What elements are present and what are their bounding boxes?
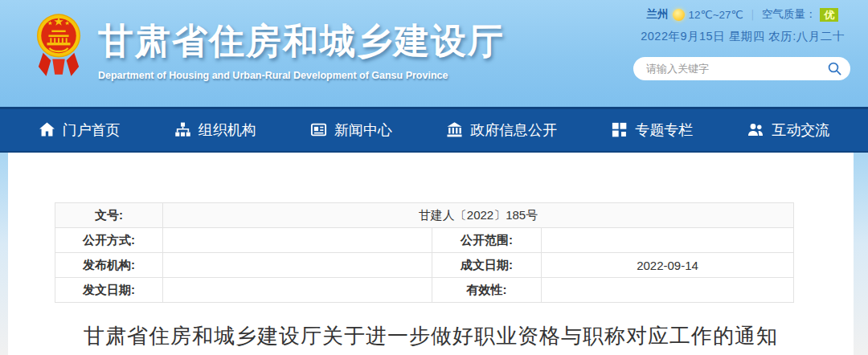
meta-value — [163, 228, 432, 253]
meta-row: 公开方式: 公开范围: — [55, 228, 794, 253]
meta-value-doc-number: 甘建人〔2022〕185号 — [163, 203, 794, 228]
nav-label: 新闻中心 — [334, 120, 392, 140]
main-nav: 门户首页 组织机构 新闻中心 政府信息公开 — [0, 107, 868, 153]
meta-row: 发布机构: 成文日期: 2022-09-14 — [55, 253, 794, 278]
article-title: 甘肃省住房和城乡建设厅关于进一步做好职业资格与职称对应工作的通知 — [8, 322, 854, 350]
nav-label: 政府信息公开 — [470, 120, 557, 140]
gov-building-icon — [446, 121, 463, 138]
nav-item-interaction[interactable]: 互动交流 — [747, 120, 829, 140]
nav-label: 门户首页 — [63, 120, 121, 140]
search-icon — [827, 61, 842, 76]
meta-row-doc-number: 文号: 甘建人〔2022〕185号 — [55, 203, 794, 228]
meta-value — [163, 278, 432, 303]
meta-label-doc-number: 文号: — [55, 203, 163, 228]
meta-value — [163, 253, 432, 278]
meta-label: 发布机构: — [55, 253, 163, 278]
nav-item-topics[interactable]: 专题专栏 — [611, 120, 693, 140]
site-title: 甘肃省住房和城乡建设厅 — [98, 18, 505, 65]
nav-item-news[interactable]: 新闻中心 — [310, 120, 392, 140]
people-icon — [747, 121, 764, 138]
nav-item-organization[interactable]: 组织机构 — [174, 120, 256, 140]
national-emblem-icon — [35, 8, 82, 82]
nav-label: 组织机构 — [199, 120, 256, 140]
meta-label: 公开方式: — [55, 228, 163, 253]
site-subtitle-en: Department of Housing and Urban-Rural De… — [98, 70, 505, 81]
weather-line: 兰州 12℃~27℃ ｜ 空气质量： 优 — [633, 7, 852, 22]
meta-label: 公开范围: — [432, 228, 542, 253]
page-body: 文号: 甘建人〔2022〕185号 公开方式: 公开范围: 发布机构: 成文日期… — [0, 153, 868, 355]
content-panel: 文号: 甘建人〔2022〕185号 公开方式: 公开范围: 发布机构: 成文日期… — [8, 153, 854, 355]
sun-icon — [673, 9, 685, 21]
search-input[interactable] — [633, 63, 818, 75]
weather-divider: ｜ — [747, 7, 758, 22]
air-quality-label: 空气质量： — [762, 7, 817, 22]
grid-icon — [611, 121, 628, 138]
weather-temperature: 12℃~27℃ — [689, 8, 743, 21]
meta-value — [542, 228, 794, 253]
meta-label: 成文日期: — [432, 253, 542, 278]
nav-label: 互动交流 — [772, 120, 829, 140]
nav-item-home[interactable]: 门户首页 — [39, 120, 121, 140]
search-button[interactable] — [818, 57, 850, 80]
site-logo[interactable]: 甘肃省住房和城乡建设厅 Department of Housing and Ur… — [35, 8, 505, 82]
home-icon — [39, 121, 55, 138]
weather-city: 兰州 — [647, 7, 669, 22]
meta-label: 发文日期: — [55, 278, 163, 303]
meta-value: 2022-09-14 — [542, 253, 794, 278]
header-info-box: 兰州 12℃~27℃ ｜ 空气质量： 优 2022年9月15日 星期四 农历:八… — [633, 7, 852, 44]
search-box — [633, 57, 850, 80]
air-quality-badge: 优 — [820, 8, 838, 22]
nav-label: 专题专栏 — [635, 120, 693, 140]
org-chart-icon — [174, 121, 191, 138]
meta-row: 发文日期: 有效性: — [55, 278, 794, 303]
meta-label: 有效性: — [432, 278, 542, 303]
news-icon — [310, 121, 327, 138]
site-header: 甘肃省住房和城乡建设厅 Department of Housing and Ur… — [0, 0, 868, 107]
nav-item-gov-info[interactable]: 政府信息公开 — [446, 120, 557, 140]
date-line: 2022年9月15日 星期四 农历:八月二十 — [633, 29, 852, 44]
meta-value — [542, 278, 794, 303]
document-meta-table: 文号: 甘建人〔2022〕185号 公开方式: 公开范围: 发布机构: 成文日期… — [55, 202, 794, 303]
